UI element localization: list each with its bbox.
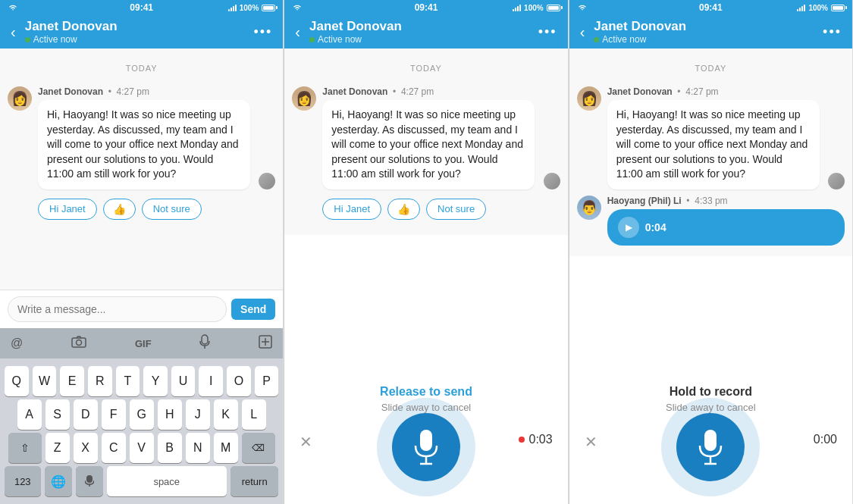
cell-signal-3 (797, 4, 805, 11)
key-j[interactable]: J (186, 399, 210, 430)
input-bar-1: Send (0, 290, 283, 328)
key-a[interactable]: A (17, 399, 42, 430)
chat-header-1: ‹ Janet Donovan Active now ••• (0, 15, 283, 49)
mic-record-button[interactable] (392, 413, 460, 481)
quick-reply-thumbs-2[interactable]: 👍 (387, 199, 420, 220)
key-backspace[interactable]: ⌫ (242, 433, 275, 463)
contact-info-2: Janet Donovan Active now (309, 19, 529, 45)
key-shift[interactable]: ⇧ (8, 433, 42, 463)
message-row-audio: 👨 Haoyang (Phil) Li • 4:33 pm ▶ 0:04 (569, 193, 852, 249)
gif-icon[interactable]: GIF (130, 335, 156, 352)
key-n[interactable]: N (186, 433, 210, 463)
key-r[interactable]: R (88, 366, 112, 396)
key-y[interactable]: Y (143, 366, 168, 396)
sig-bar-4 (235, 5, 237, 11)
battery-pct: 100% (240, 4, 259, 12)
date-divider-1: TODAY (0, 64, 283, 73)
key-f[interactable]: F (102, 399, 126, 430)
panel-1: 09:41 100% ‹ Janet Donovan Active now ••… (0, 0, 284, 504)
message-time-3: 4:27 pm (685, 86, 718, 97)
hold-timer-display: 0:00 (814, 433, 837, 446)
key-m[interactable]: M (214, 433, 238, 463)
key-g[interactable]: G (130, 399, 154, 430)
key-d[interactable]: D (74, 399, 98, 430)
quick-reply-hi-janet-1[interactable]: Hi Janet (38, 199, 97, 220)
key-return[interactable]: return (230, 466, 278, 496)
hold-record-area: Hold to record Slide away to cancel 0:00… (569, 256, 852, 504)
attachment-icon[interactable] (254, 332, 277, 355)
camera-icon[interactable] (67, 333, 91, 354)
at-icon[interactable]: @ (6, 333, 27, 353)
key-123[interactable]: 123 (5, 466, 41, 496)
sender-name-1: Janet Donovan (38, 86, 103, 97)
key-x[interactable]: X (74, 433, 98, 463)
quick-replies-2: Hi Janet 👍 Not sure (284, 193, 567, 227)
sig-bar-3-3 (801, 6, 803, 11)
cancel-recording-btn[interactable]: ✕ (299, 433, 312, 451)
key-u[interactable]: U (171, 366, 196, 396)
chat-area-2: TODAY 👩 Janet Donovan • 4:27 pm Hi, Haoy… (284, 49, 567, 235)
key-k[interactable]: K (214, 399, 238, 430)
hold-status: Hold to record Slide away to cancel (569, 385, 852, 413)
send-button-1[interactable]: Send (231, 299, 275, 320)
status-text-3: Active now (602, 34, 646, 45)
quick-replies-1: Hi Janet 👍 Not sure (0, 193, 283, 227)
key-z[interactable]: Z (45, 433, 70, 463)
status-left-2 (292, 4, 303, 11)
sig-bar-3 (233, 6, 234, 11)
key-h[interactable]: H (158, 399, 182, 430)
back-button-2[interactable]: ‹ (292, 20, 303, 44)
battery-pct-2: 100% (524, 4, 544, 12)
quick-reply-not-sure-2[interactable]: Not sure (426, 199, 486, 220)
more-button-1[interactable]: ••• (250, 21, 275, 43)
key-mic-kb[interactable] (76, 466, 103, 496)
key-e[interactable]: E (60, 366, 84, 396)
audio-message-content: Haoyang (Phil) Li • 4:33 pm ▶ 0:04 (607, 196, 845, 246)
keyboard-toolbar-1: @ GIF (0, 328, 283, 358)
voice-record-area: Release to send Slide away to cancel 0:0… (284, 235, 567, 504)
key-b[interactable]: B (158, 433, 182, 463)
hold-cancel-btn[interactable]: ✕ (585, 433, 597, 451)
quick-reply-not-sure-1[interactable]: Not sure (142, 199, 202, 220)
sig-bar-2-2 (515, 8, 516, 11)
key-c[interactable]: C (102, 433, 126, 463)
key-globe[interactable]: 🌐 (45, 466, 72, 496)
release-text: Release to send (380, 385, 472, 399)
key-space[interactable]: space (107, 466, 227, 496)
back-button-1[interactable]: ‹ (8, 20, 19, 44)
key-o[interactable]: O (227, 366, 251, 396)
back-button-3[interactable]: ‹ (577, 20, 588, 44)
key-p[interactable]: P (255, 366, 279, 396)
key-l[interactable]: L (242, 399, 266, 430)
key-t[interactable]: T (116, 366, 140, 396)
keyboard-row-2: A S D F G H J K L (5, 399, 278, 430)
message-input-1[interactable] (8, 296, 227, 322)
mic-toolbar-icon[interactable] (195, 331, 215, 355)
online-dot-3 (594, 37, 599, 42)
svg-point-1 (77, 340, 82, 346)
more-button-2[interactable]: ••• (535, 21, 560, 43)
quick-reply-thumbs-1[interactable]: 👍 (103, 199, 136, 220)
avatar-janet-3: 👩 (577, 86, 601, 111)
key-w[interactable]: W (33, 366, 57, 396)
keyboard-row-3: ⇧ Z X C V B N M ⌫ (5, 433, 278, 463)
status-bar-3: 09:41 100% (569, 0, 852, 15)
audio-message-bubble: ▶ 0:04 (607, 209, 845, 246)
keyboard-row-4: 123 🌐 space return (5, 466, 278, 496)
chat-header-3: ‹ Janet Donovan Active now ••• (569, 15, 852, 49)
key-v[interactable]: V (130, 433, 154, 463)
play-audio-button[interactable]: ▶ (618, 217, 639, 238)
message-bubble-1: Hi, Haoyang! It was so nice meeting up y… (38, 100, 250, 189)
hold-mic-button[interactable] (676, 413, 745, 481)
status-time-2: 09:41 (415, 2, 438, 13)
mic-record-icon (412, 429, 440, 465)
quick-reply-hi-janet-2[interactable]: Hi Janet (322, 199, 381, 220)
status-right-2: 100% (513, 4, 560, 12)
key-s[interactable]: S (45, 399, 70, 430)
key-q[interactable]: Q (5, 366, 29, 396)
key-i[interactable]: I (199, 366, 223, 396)
sig-bar-3-2 (799, 8, 801, 11)
audio-message-time: 4:33 pm (695, 196, 727, 206)
message-meta-1: Janet Donovan • 4:27 pm (38, 86, 252, 97)
more-button-3[interactable]: ••• (820, 21, 845, 43)
